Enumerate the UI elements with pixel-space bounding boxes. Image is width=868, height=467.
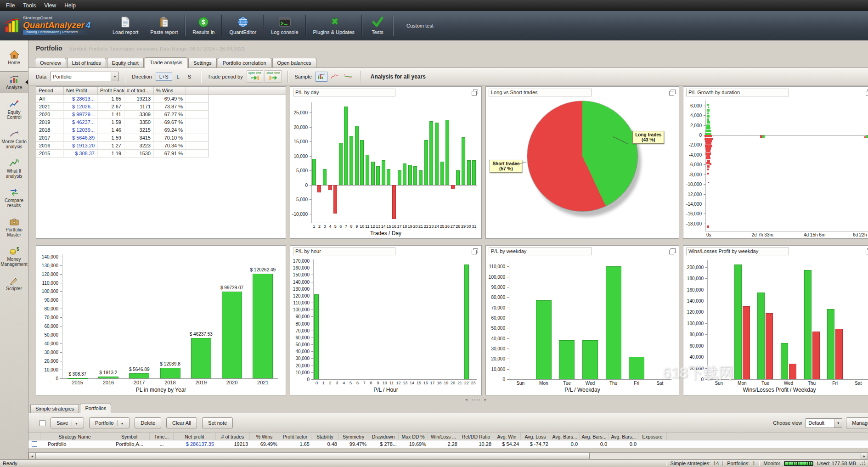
direction-l[interactable]: L: [173, 73, 183, 81]
column-header-profit-factor[interactable]: Profit Factor: [98, 87, 124, 95]
sidebar-item-scripter[interactable]: Scripter: [0, 273, 28, 294]
sidebar-item-compare-results[interactable]: Compare results: [0, 185, 28, 211]
sidebar-item-portfolio-master[interactable]: Portfolio Master: [0, 214, 28, 240]
column-header-win-loss[interactable]: Win/Loss ...: [428, 433, 459, 440]
table-row-2016[interactable]: 2016$ 1913.201.27322370.34 %: [36, 142, 286, 150]
column-header-drawdown[interactable]: Drawdown: [368, 433, 399, 440]
sidebar-item-money-management[interactable]: $Money Management: [0, 243, 28, 270]
sample-option-2[interactable]: [329, 72, 341, 82]
column-header-period[interactable]: Period: [36, 87, 64, 95]
tab-portfolios[interactable]: Portfolios: [80, 404, 111, 413]
menu-view[interactable]: View: [40, 1, 60, 10]
column-header-wins[interactable]: % Wins: [154, 87, 186, 95]
clear-all-button[interactable]: Clear All: [166, 417, 197, 428]
menu-tools[interactable]: Tools: [19, 1, 40, 10]
toolbar-button-log-console[interactable]: Log console: [265, 11, 304, 40]
column-header-max-dd[interactable]: Max DD %: [399, 433, 428, 440]
tab-open-balances[interactable]: Open balances: [272, 58, 316, 68]
menu-file[interactable]: File: [2, 1, 19, 10]
trade-period-open-time[interactable]: open time: [247, 70, 264, 83]
select-all-checkbox[interactable]: [39, 420, 45, 426]
save-button[interactable]: Save: [51, 417, 84, 428]
delete-button[interactable]: Delete: [135, 417, 161, 428]
column-header-avg-win[interactable]: Avg. Win: [493, 433, 521, 440]
toolbar-button-load-report[interactable]: Load report: [107, 11, 144, 40]
column-header-stability[interactable]: Stability: [311, 433, 339, 440]
choose-view-select[interactable]: Default: [806, 418, 842, 428]
chevron-down-icon[interactable]: [834, 419, 842, 428]
column-header-avg-bars[interactable]: Avg. Bars...: [550, 433, 580, 440]
sample-option-1[interactable]: [316, 72, 327, 82]
toolbar-button-quanteditor[interactable]: QuantEditor: [223, 11, 262, 40]
data-select[interactable]: Portfolio: [50, 72, 119, 81]
table-row-2017[interactable]: 2017$ 5646.891.59341570.10 %: [36, 134, 286, 142]
manage-button[interactable]: Manage: [846, 417, 868, 428]
toolbar-button-results-in[interactable]: $Results in: [186, 11, 220, 40]
column-header-wins[interactable]: % Wins: [250, 433, 279, 440]
column-header-of-trades[interactable]: # of trades: [216, 433, 250, 440]
column-header-exposure[interactable]: Exposure: [638, 433, 667, 440]
table-row-all[interactable]: All$ 28613...1.651921369.49 %: [36, 95, 286, 103]
table-row-2020[interactable]: 2020$ 99729...1.41330967.27 %: [36, 111, 286, 118]
tab-equity-chart[interactable]: Equity chart: [107, 58, 144, 68]
column-header-avg-bars[interactable]: Avg. Bars...: [580, 433, 609, 440]
menu-help[interactable]: Help: [60, 1, 80, 10]
table-row-2015[interactable]: 2015$ 308.371.19153067.91 %: [36, 150, 286, 158]
column-header-ret-dd-ratio[interactable]: Ret/DD Ratio: [459, 433, 493, 440]
toolbar-button-tests[interactable]: Tests: [363, 11, 392, 40]
chevron-down-icon[interactable]: [111, 72, 118, 81]
sidebar-item-monte-carlo-analysis[interactable]: Monte Carlo analysis: [0, 126, 28, 152]
table-row-2018[interactable]: 2018$ 12039...1.46321569.24 %: [36, 126, 286, 134]
sidebar-item-what-if-analysis[interactable]: What If analysis: [0, 155, 28, 181]
direction-s[interactable]: S: [184, 73, 195, 81]
column-header-net-profit[interactable]: Net Profit: [64, 87, 98, 95]
cell: Portfolio: [40, 440, 109, 448]
pager-prev-icon[interactable]: ◄: [464, 398, 468, 402]
direction-l-s[interactable]: L+S: [156, 73, 172, 81]
portfolio-button[interactable]: Portfolio: [89, 417, 130, 428]
maximize-icon[interactable]: [866, 248, 868, 254]
maximize-icon[interactable]: [669, 248, 676, 254]
table-row-2019[interactable]: 2019$ 46237...1.59335069.67 %: [36, 118, 286, 126]
set-note-button[interactable]: Set note: [202, 417, 233, 428]
scrollbar-thumb[interactable]: [36, 453, 590, 459]
strategies-table-row[interactable]: PortfolioPortfolio,A......$ 286137.35192…: [28, 440, 868, 448]
table-row-2021[interactable]: 2021$ 12026...2.67117173.87 %: [36, 103, 286, 111]
trade-period-close-time[interactable]: close time: [265, 70, 282, 83]
row-checkbox[interactable]: [32, 441, 37, 447]
tab-simple-strategies[interactable]: Simple strategies: [30, 404, 79, 413]
view-controls: Choose view Default Manage: [773, 417, 868, 428]
tab-list-of-trades[interactable]: List of trades: [67, 58, 106, 68]
column-header-avg-bars[interactable]: Avg. Bars...: [609, 433, 638, 440]
toolbar-button-paste-report[interactable]: Paste report: [144, 11, 184, 40]
maximize-icon[interactable]: [472, 90, 478, 96]
column-header-of-trad[interactable]: # of trad...: [124, 87, 154, 95]
column-header-avg-loss[interactable]: Avg. Loss: [521, 433, 550, 440]
tab-overview[interactable]: Overview: [35, 58, 66, 68]
column-header-select: [28, 433, 40, 440]
column-header-time[interactable]: Time...: [150, 433, 174, 440]
maximize-icon[interactable]: [472, 248, 478, 254]
maximize-icon[interactable]: [866, 90, 868, 96]
column-header-symmetry[interactable]: Symmetry: [339, 433, 368, 440]
sidebar-item-home[interactable]: Home: [0, 47, 28, 68]
scroll-right-button[interactable]: [861, 453, 868, 459]
scroll-left-button[interactable]: [28, 453, 36, 459]
maximize-icon[interactable]: [669, 90, 676, 96]
scrollbar-track[interactable]: [590, 453, 861, 459]
pager-dots[interactable]: • • • •: [472, 398, 480, 402]
tab-trade-analysis[interactable]: Trade analysis: [145, 57, 187, 68]
column-header-symbol[interactable]: Symbol: [109, 433, 150, 440]
column-header-profit-factor[interactable]: Profit factor: [279, 433, 311, 440]
sidebar-item-equity-control[interactable]: Equity Control: [0, 96, 28, 123]
sidebar-item-analyze[interactable]: Analyze: [0, 71, 28, 93]
column-header-strategy-name[interactable]: Strategy Name: [40, 433, 109, 440]
tab-settings[interactable]: Settings: [188, 58, 217, 68]
toolbar-button-plugins-updates[interactable]: Plugins & Updates: [307, 11, 361, 40]
sample-option-3[interactable]: [342, 72, 354, 82]
column-header-net-profit[interactable]: Net profit: [174, 433, 216, 440]
resize-grip[interactable]: [860, 461, 865, 466]
horizontal-scrollbar[interactable]: [28, 452, 868, 459]
tab-portfolio-correlation[interactable]: Portfolio correlation: [218, 58, 271, 68]
pager-next-icon[interactable]: ►: [484, 398, 487, 402]
